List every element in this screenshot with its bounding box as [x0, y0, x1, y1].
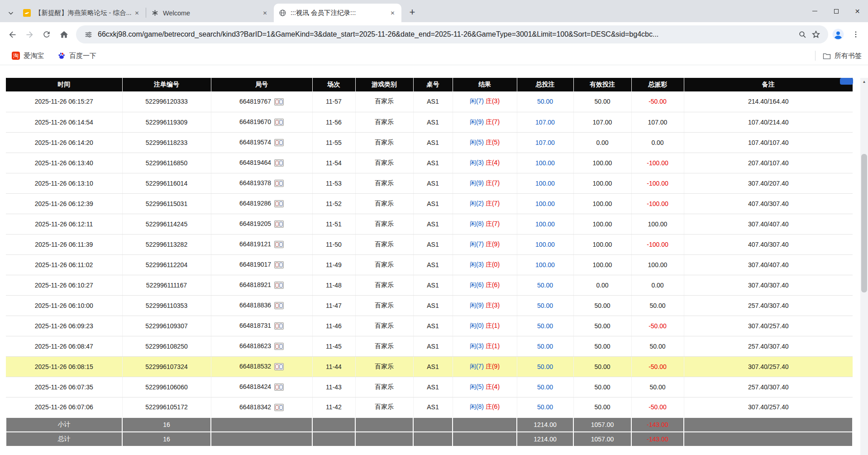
result-image-icon[interactable]: [274, 139, 284, 146]
bet-row: 2025-11-26 06:13:40522996116850664819464…: [6, 153, 853, 173]
maximize-button[interactable]: [825, 0, 847, 22]
result-image-icon[interactable]: [274, 363, 284, 370]
valid-bet-cell: 100.00: [573, 254, 631, 275]
footer-cell: [413, 417, 453, 432]
bookmark-label: 百度一下: [69, 52, 96, 60]
game-type-cell: 百家乐: [355, 112, 413, 132]
total-bet-link[interactable]: 50.00: [537, 363, 553, 370]
bet-row: 2025-11-26 06:14:54522996119309664819670…: [6, 112, 853, 132]
total-bet-link[interactable]: 50.00: [537, 322, 553, 330]
address-bar[interactable]: 66cxkj98.com/game/betrecord_search/kind3…: [76, 25, 828, 43]
bet-row: 2025-11-26 06:12:11522996114245664819205…: [6, 214, 853, 234]
total-bet-link[interactable]: 50.00: [537, 302, 553, 309]
time-cell: 2025-11-26 06:12:39: [6, 193, 122, 214]
partial-blue-button[interactable]: [840, 78, 853, 85]
total-bet-link[interactable]: 100.00: [535, 180, 555, 187]
tab-welcome[interactable]: Welcome ✕: [146, 4, 274, 22]
round-cell: 664818342: [211, 397, 312, 417]
player-result: 闲(5): [470, 139, 484, 146]
table-no-cell: AS1: [413, 397, 453, 417]
tab-bet-records[interactable]: :::视讯 会员下注纪录::: ✕: [274, 4, 401, 22]
new-tab-button[interactable]: +: [404, 4, 420, 20]
scroll-up-icon[interactable]: ▲: [860, 78, 868, 86]
total-bet-link[interactable]: 50.00: [537, 403, 553, 411]
bookmark-baidu[interactable]: 百度一下: [57, 52, 96, 60]
bet-row: 2025-11-26 06:11:39522996113282664819121…: [6, 234, 853, 254]
valid-bet-cell: 50.00: [573, 397, 631, 417]
result-image-icon[interactable]: [274, 404, 284, 411]
footer-cell: [453, 417, 517, 432]
result-image-icon[interactable]: [274, 180, 284, 187]
total-bet-link[interactable]: 107.00: [535, 119, 555, 126]
total-bet-link[interactable]: 107.00: [535, 139, 555, 146]
footer-cell: [312, 432, 355, 446]
total-bet-link[interactable]: 100.00: [535, 159, 555, 167]
session-cell: 11-51: [312, 214, 355, 234]
tab-close-icon[interactable]: ✕: [133, 9, 141, 17]
result-image-icon[interactable]: [274, 322, 284, 330]
total-bet-link[interactable]: 50.00: [537, 282, 553, 289]
column-header: 局号: [211, 78, 312, 91]
profile-avatar[interactable]: [832, 28, 844, 41]
time-cell: 2025-11-26 06:10:00: [6, 295, 122, 316]
result-image-icon[interactable]: [274, 261, 284, 268]
total-bet-link[interactable]: 100.00: [535, 241, 555, 248]
result-image-icon[interactable]: [274, 220, 284, 228]
banker-result: 庄(5): [486, 139, 500, 146]
total-bet-cell: 50.00: [517, 356, 573, 377]
result-image-icon[interactable]: [274, 282, 284, 289]
total-bet-link[interactable]: 50.00: [537, 383, 553, 391]
tab-search-chevron-icon[interactable]: [4, 4, 18, 22]
vertical-scrollbar[interactable]: ▲: [860, 78, 868, 455]
bet-id-cell: 522996111167: [122, 275, 211, 295]
session-cell: 11-52: [312, 193, 355, 214]
bookmark-star-icon[interactable]: [809, 28, 823, 41]
bet-id-cell: 522996105172: [122, 397, 211, 417]
url-text[interactable]: 66cxkj98.com/game/betrecord_search/kind3…: [98, 30, 793, 38]
result-image-icon[interactable]: [274, 302, 284, 309]
player-result: 闲(5): [470, 383, 484, 390]
round-number: 664819286: [239, 200, 271, 207]
total-bet-link[interactable]: 100.00: [535, 261, 555, 268]
minimize-button[interactable]: [804, 0, 825, 22]
home-button[interactable]: [55, 26, 72, 43]
result-image-icon[interactable]: [274, 119, 284, 126]
total-bet-link[interactable]: 50.00: [537, 98, 553, 105]
total-bet-link[interactable]: 100.00: [535, 200, 555, 207]
result-image-icon[interactable]: [274, 200, 284, 207]
tab-forum[interactable]: 【新提醒】海燕策略论坛 - 综合... ✕: [18, 4, 146, 22]
refresh-button[interactable]: [38, 26, 55, 43]
bookmarks-bar: 淘 爱淘宝 百度一下 所有书签: [0, 47, 868, 65]
tab-close-icon[interactable]: ✕: [388, 9, 397, 17]
round-cell: 664819205: [211, 214, 312, 234]
result-image-icon[interactable]: [274, 241, 284, 248]
total-bet-cell: 50.00: [517, 397, 573, 417]
site-settings-icon[interactable]: [81, 28, 95, 41]
scrollbar-thumb[interactable]: [861, 154, 867, 292]
total-bet-link[interactable]: 50.00: [537, 343, 553, 350]
all-bookmarks-button[interactable]: 所有书签: [823, 52, 862, 60]
round-cell: 664818424: [211, 377, 312, 397]
total-bet-cell: 50.00: [517, 275, 573, 295]
banker-result: 庄(7): [486, 118, 500, 125]
note-cell: 307.40/407.40: [684, 214, 853, 234]
back-button[interactable]: [4, 26, 21, 43]
result-image-icon[interactable]: [274, 343, 284, 350]
tab-close-icon[interactable]: ✕: [261, 9, 269, 17]
result-cell: 闲(9) 庄(7): [453, 173, 517, 193]
session-cell: 11-43: [312, 377, 355, 397]
zoom-icon[interactable]: [796, 28, 809, 41]
result-image-icon[interactable]: [274, 98, 284, 105]
result-image-icon[interactable]: [274, 383, 284, 391]
tab-strip: 【新提醒】海燕策略论坛 - 综合... ✕ Welcome ✕ :::视讯 会员…: [0, 0, 868, 22]
close-window-button[interactable]: ✕: [847, 0, 868, 22]
time-cell: 2025-11-26 06:14:20: [6, 132, 122, 153]
total-bet-cell: 50.00: [517, 295, 573, 316]
total-bet-link[interactable]: 100.00: [535, 220, 555, 228]
bookmark-taobao[interactable]: 淘 爱淘宝: [12, 52, 44, 60]
payout-cell: 0.00: [631, 132, 684, 153]
banker-result: 庄(0): [486, 261, 500, 268]
menu-icon[interactable]: [849, 28, 863, 41]
forward-button[interactable]: [21, 26, 38, 43]
result-image-icon[interactable]: [274, 159, 284, 167]
